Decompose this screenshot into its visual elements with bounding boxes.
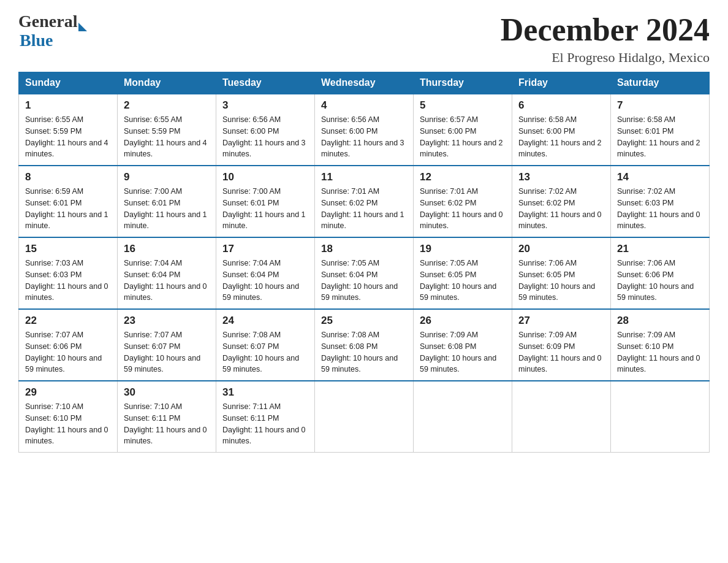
calendar-cell	[611, 381, 710, 453]
day-info: Sunrise: 6:59 AMSunset: 6:01 PMDaylight:…	[25, 186, 111, 232]
day-number: 13	[518, 171, 604, 183]
day-info: Sunrise: 7:02 AMSunset: 6:02 PMDaylight:…	[518, 186, 604, 232]
calendar-cell: 16 Sunrise: 7:04 AMSunset: 6:04 PMDaylig…	[118, 237, 216, 309]
day-number: 19	[420, 243, 506, 255]
day-info: Sunrise: 7:04 AMSunset: 6:04 PMDaylight:…	[124, 258, 210, 304]
calendar-cell	[512, 381, 611, 453]
calendar-cell: 2 Sunrise: 6:55 AMSunset: 5:59 PMDayligh…	[118, 94, 216, 166]
calendar-cell: 31 Sunrise: 7:11 AMSunset: 6:11 PMDaylig…	[216, 381, 315, 453]
page-subtitle: El Progreso Hidalgo, Mexico	[501, 50, 710, 66]
calendar-cell: 21 Sunrise: 7:06 AMSunset: 6:06 PMDaylig…	[611, 237, 710, 309]
col-header-monday: Monday	[118, 72, 216, 94]
day-number: 1	[25, 99, 111, 112]
day-number: 12	[420, 171, 506, 183]
calendar-cell: 15 Sunrise: 7:03 AMSunset: 6:03 PMDaylig…	[19, 237, 118, 309]
day-number: 11	[321, 171, 407, 183]
day-number: 24	[222, 315, 308, 327]
day-info: Sunrise: 6:58 AMSunset: 6:01 PMDaylight:…	[617, 114, 703, 160]
calendar-cell: 24 Sunrise: 7:08 AMSunset: 6:07 PMDaylig…	[216, 309, 315, 381]
day-number: 26	[420, 315, 506, 327]
calendar-cell: 4 Sunrise: 6:56 AMSunset: 6:00 PMDayligh…	[315, 94, 414, 166]
day-number: 6	[518, 99, 604, 112]
week-row-4: 22 Sunrise: 7:07 AMSunset: 6:06 PMDaylig…	[19, 309, 710, 381]
logo-general-text: General	[18, 12, 77, 31]
logo-arrow-icon	[78, 23, 87, 31]
calendar-cell: 5 Sunrise: 6:57 AMSunset: 6:00 PMDayligh…	[414, 94, 512, 166]
day-info: Sunrise: 6:56 AMSunset: 6:00 PMDaylight:…	[222, 114, 308, 160]
calendar-cell: 28 Sunrise: 7:09 AMSunset: 6:10 PMDaylig…	[611, 309, 710, 381]
calendar-cell: 14 Sunrise: 7:02 AMSunset: 6:03 PMDaylig…	[611, 166, 710, 237]
day-info: Sunrise: 6:56 AMSunset: 6:00 PMDaylight:…	[321, 114, 407, 160]
calendar-cell: 20 Sunrise: 7:06 AMSunset: 6:05 PMDaylig…	[512, 237, 611, 309]
day-number: 3	[222, 99, 308, 112]
day-info: Sunrise: 7:01 AMSunset: 6:02 PMDaylight:…	[420, 186, 506, 232]
day-number: 8	[25, 171, 111, 183]
calendar-cell: 7 Sunrise: 6:58 AMSunset: 6:01 PMDayligh…	[611, 94, 710, 166]
calendar-cell: 26 Sunrise: 7:09 AMSunset: 6:08 PMDaylig…	[414, 309, 512, 381]
day-info: Sunrise: 7:00 AMSunset: 6:01 PMDaylight:…	[222, 186, 308, 232]
calendar-cell: 19 Sunrise: 7:05 AMSunset: 6:05 PMDaylig…	[414, 237, 512, 309]
title-block: December 2024 El Progreso Hidalgo, Mexic…	[501, 12, 710, 66]
day-number: 15	[25, 243, 111, 255]
header: General Blue December 2024 El Progreso H…	[18, 12, 710, 66]
calendar-cell	[315, 381, 414, 453]
day-info: Sunrise: 7:06 AMSunset: 6:06 PMDaylight:…	[617, 258, 703, 304]
day-info: Sunrise: 7:07 AMSunset: 6:07 PMDaylight:…	[124, 329, 210, 375]
day-info: Sunrise: 7:01 AMSunset: 6:02 PMDaylight:…	[321, 186, 407, 232]
calendar-header-row: SundayMondayTuesdayWednesdayThursdayFrid…	[19, 72, 710, 94]
calendar-cell: 13 Sunrise: 7:02 AMSunset: 6:02 PMDaylig…	[512, 166, 611, 237]
day-info: Sunrise: 7:03 AMSunset: 6:03 PMDaylight:…	[25, 258, 111, 304]
day-info: Sunrise: 7:11 AMSunset: 6:11 PMDaylight:…	[222, 401, 308, 447]
col-header-saturday: Saturday	[611, 72, 710, 94]
calendar-cell: 12 Sunrise: 7:01 AMSunset: 6:02 PMDaylig…	[414, 166, 512, 237]
day-number: 20	[518, 243, 604, 255]
day-number: 28	[617, 315, 703, 327]
calendar-cell: 22 Sunrise: 7:07 AMSunset: 6:06 PMDaylig…	[19, 309, 118, 381]
day-info: Sunrise: 7:09 AMSunset: 6:09 PMDaylight:…	[518, 329, 604, 375]
calendar-cell: 18 Sunrise: 7:05 AMSunset: 6:04 PMDaylig…	[315, 237, 414, 309]
col-header-wednesday: Wednesday	[315, 72, 414, 94]
logo-blue-text: Blue	[20, 31, 87, 50]
day-info: Sunrise: 7:10 AMSunset: 6:11 PMDaylight:…	[124, 401, 210, 447]
day-number: 5	[420, 99, 506, 112]
day-info: Sunrise: 6:55 AMSunset: 5:59 PMDaylight:…	[124, 114, 210, 160]
day-number: 4	[321, 99, 407, 112]
day-number: 23	[124, 315, 210, 327]
day-info: Sunrise: 7:00 AMSunset: 6:01 PMDaylight:…	[124, 186, 210, 232]
calendar-cell: 17 Sunrise: 7:04 AMSunset: 6:04 PMDaylig…	[216, 237, 315, 309]
day-number: 25	[321, 315, 407, 327]
week-row-3: 15 Sunrise: 7:03 AMSunset: 6:03 PMDaylig…	[19, 237, 710, 309]
day-info: Sunrise: 6:55 AMSunset: 5:59 PMDaylight:…	[25, 114, 111, 160]
week-row-5: 29 Sunrise: 7:10 AMSunset: 6:10 PMDaylig…	[19, 381, 710, 453]
day-info: Sunrise: 6:57 AMSunset: 6:00 PMDaylight:…	[420, 114, 506, 160]
page-title: December 2024	[501, 12, 710, 47]
day-info: Sunrise: 7:06 AMSunset: 6:05 PMDaylight:…	[518, 258, 604, 304]
day-info: Sunrise: 7:04 AMSunset: 6:04 PMDaylight:…	[222, 258, 308, 304]
col-header-thursday: Thursday	[414, 72, 512, 94]
col-header-sunday: Sunday	[19, 72, 118, 94]
day-info: Sunrise: 7:08 AMSunset: 6:08 PMDaylight:…	[321, 329, 407, 375]
calendar-cell: 11 Sunrise: 7:01 AMSunset: 6:02 PMDaylig…	[315, 166, 414, 237]
day-number: 17	[222, 243, 308, 255]
calendar-cell: 3 Sunrise: 6:56 AMSunset: 6:00 PMDayligh…	[216, 94, 315, 166]
calendar-cell: 30 Sunrise: 7:10 AMSunset: 6:11 PMDaylig…	[118, 381, 216, 453]
day-info: Sunrise: 7:09 AMSunset: 6:10 PMDaylight:…	[617, 329, 703, 375]
day-info: Sunrise: 7:05 AMSunset: 6:04 PMDaylight:…	[321, 258, 407, 304]
day-number: 14	[617, 171, 703, 183]
col-header-tuesday: Tuesday	[216, 72, 315, 94]
day-number: 9	[124, 171, 210, 183]
calendar-cell: 27 Sunrise: 7:09 AMSunset: 6:09 PMDaylig…	[512, 309, 611, 381]
calendar-cell: 10 Sunrise: 7:00 AMSunset: 6:01 PMDaylig…	[216, 166, 315, 237]
calendar-cell: 23 Sunrise: 7:07 AMSunset: 6:07 PMDaylig…	[118, 309, 216, 381]
calendar-table: SundayMondayTuesdayWednesdayThursdayFrid…	[18, 72, 710, 453]
day-info: Sunrise: 7:08 AMSunset: 6:07 PMDaylight:…	[222, 329, 308, 375]
day-number: 30	[124, 386, 210, 399]
day-number: 29	[25, 386, 111, 399]
calendar-cell: 6 Sunrise: 6:58 AMSunset: 6:00 PMDayligh…	[512, 94, 611, 166]
day-number: 31	[222, 386, 308, 399]
day-number: 18	[321, 243, 407, 255]
calendar-cell: 25 Sunrise: 7:08 AMSunset: 6:08 PMDaylig…	[315, 309, 414, 381]
calendar-cell: 9 Sunrise: 7:00 AMSunset: 6:01 PMDayligh…	[118, 166, 216, 237]
calendar-cell: 8 Sunrise: 6:59 AMSunset: 6:01 PMDayligh…	[19, 166, 118, 237]
day-number: 22	[25, 315, 111, 327]
